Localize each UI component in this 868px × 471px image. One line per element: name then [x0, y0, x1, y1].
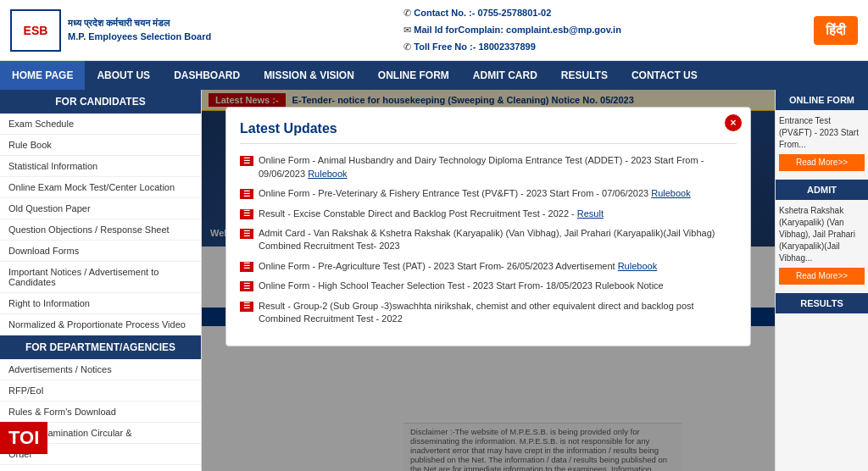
- sidebar-item-rules-forms[interactable]: Rules & Form's Download: [0, 402, 201, 423]
- logo-box: ESB: [10, 9, 61, 52]
- update-icon-5: ☰: [240, 262, 253, 272]
- update-item-1: ☰ Online Form - Animal Husbandry and Dai…: [240, 154, 737, 180]
- body-wrapper: FOR CANDIDATES Exam Schedule Rule Book S…: [0, 90, 868, 471]
- update-link-rulebook-5[interactable]: Rulebook: [618, 261, 657, 271]
- update-icon-4: ☰: [240, 229, 253, 239]
- sidebar-item-old-question[interactable]: Old Question Paper: [0, 198, 201, 219]
- toi-badge: TOI: [0, 422, 47, 454]
- online-form-title: ONLINE FORM: [776, 90, 868, 110]
- nav-dashboard[interactable]: DASHBOARD: [162, 61, 252, 90]
- main-nav: HOME PAGE ABOUT US DASHBOARD MISSION & V…: [0, 61, 868, 90]
- sidebar-item-statistical[interactable]: Statistical Information: [0, 156, 201, 177]
- sidebar-item-download-forms[interactable]: Download Forms: [0, 241, 201, 262]
- update-text-6: Online Form - High School Teacher Select…: [259, 280, 664, 292]
- modal-close-button[interactable]: ×: [725, 114, 742, 131]
- update-text-2: Online Form - Pre-Veterinary & Fishery E…: [259, 187, 691, 200]
- sidebar-item-advertisements[interactable]: Advertisements / Notices: [0, 359, 201, 380]
- sidebar-item-rule-book[interactable]: Rule Book: [0, 135, 201, 156]
- admit-content: Kshetra Rakshak (Karyapalik) (Van Vibhag…: [776, 200, 868, 293]
- sidebar-item-mock-test[interactable]: Online Exam Mock Test/Center Location: [0, 177, 201, 198]
- update-item-3: ☰ Result - Excise Constable Direct and B…: [240, 208, 737, 220]
- online-form-content: Entrance Test (PV&FT) - 2023 Start From.…: [776, 110, 868, 180]
- admit-title: ADMIT: [776, 180, 868, 200]
- update-text-1: Online Form - Animal Husbandry and Dairy…: [259, 154, 737, 180]
- update-item-5: ☰ Online Form - Pre-Agriculture Test (PA…: [240, 260, 737, 273]
- read-more-admit[interactable]: Read More>>: [779, 268, 865, 285]
- hindi-button[interactable]: हिंदी: [814, 16, 858, 45]
- nav-online-form[interactable]: ONLINE FORM: [366, 61, 461, 90]
- nav-mission[interactable]: MISSION & VISION: [252, 61, 366, 90]
- org-name: मध्य प्रदेश कर्मचारी चयन मंडल M.P. Emplo…: [68, 17, 211, 43]
- update-icon-7: ☰: [240, 302, 253, 312]
- update-item-7: ☰ Result - Group-2 (Sub Group -3)swachht…: [240, 300, 737, 326]
- logo-area: ESB मध्य प्रदेश कर्मचारी चयन मंडल M.P. E…: [10, 9, 211, 52]
- update-item-6: ☰ Online Form - High School Teacher Sele…: [240, 280, 737, 292]
- sidebar-item-important-notices[interactable]: Important Notices / Advertisement to Can…: [0, 262, 201, 293]
- sidebar-item-objections[interactable]: Question Objections / Response Sheet: [0, 219, 201, 241]
- update-icon-6: ☰: [240, 281, 253, 291]
- online-form-text: Entrance Test (PV&FT) - 2023 Start From.…: [779, 115, 865, 151]
- nav-contact[interactable]: CONTACT US: [620, 61, 709, 90]
- toll-free: ✆ Toll Free No :- 18002337899: [403, 39, 621, 56]
- contact-no: ✆ Contact No. :- 0755-2578801-02: [403, 5, 621, 22]
- modal-overlay[interactable]: Latest Updates × ☰ Online Form - Animal …: [202, 90, 775, 471]
- update-icon-1: ☰: [240, 156, 253, 166]
- mail-value: complaint.esb@mp.gov.in: [506, 25, 621, 35]
- read-more-online-form[interactable]: Read More>>: [779, 154, 865, 171]
- update-text-7: Result - Group-2 (Sub Group -3)swachhta …: [259, 300, 737, 326]
- update-item-2: ☰ Online Form - Pre-Veterinary & Fishery…: [240, 187, 737, 200]
- org-name-line1: मध्य प्रदेश कर्मचारी चयन मंडल: [68, 17, 211, 30]
- sidebar-item-normalized[interactable]: Normalized & Proportionate Process Video: [0, 314, 201, 335]
- top-header: ESB मध्य प्रदेश कर्मचारी चयन मंडल M.P. E…: [0, 0, 868, 61]
- update-text-5: Online Form - Pre-Agriculture Test (PAT)…: [259, 260, 657, 273]
- nav-results[interactable]: RESULTS: [549, 61, 620, 90]
- results-title: RESULTS: [776, 293, 868, 313]
- update-icon-3: ☰: [240, 209, 253, 219]
- update-text-4: Admit Card - Van Rakshak & Kshetra Raksh…: [259, 227, 737, 253]
- nav-about[interactable]: ABOUT US: [85, 61, 162, 90]
- main-content: Latest News :- E-Tender- notice for hous…: [202, 90, 775, 471]
- update-text-3: Result - Excise Constable Direct and Bac…: [259, 208, 604, 220]
- latest-updates-modal: Latest Updates × ☰ Online Form - Animal …: [225, 107, 751, 346]
- update-link-result-3[interactable]: Result: [577, 208, 604, 219]
- update-item-4: ☰ Admit Card - Van Rakshak & Kshetra Rak…: [240, 227, 737, 253]
- nav-admit-card[interactable]: ADMIT CARD: [461, 61, 549, 90]
- logo-text: ESB: [24, 24, 48, 37]
- sidebar-item-work-with-us[interactable]: Want to work with us: [0, 465, 201, 471]
- update-link-rulebook-1[interactable]: Rulebook: [308, 169, 347, 179]
- sidebar-item-right-to-info[interactable]: Right to Information: [0, 293, 201, 314]
- admit-text: Kshetra Rakshak (Karyapalik) (Van Vibhag…: [779, 205, 865, 264]
- mail-info: ✉ Mail Id forComplain: complaint.esb@mp.…: [403, 22, 621, 39]
- update-link-rulebook-2[interactable]: Rulebook: [651, 188, 690, 198]
- nav-home[interactable]: HOME PAGE: [0, 61, 85, 90]
- org-name-line2: M.P. Employees Selection Board: [68, 30, 211, 43]
- right-sidebar: ONLINE FORM Entrance Test (PV&FT) - 2023…: [775, 90, 868, 471]
- update-icon-2: ☰: [240, 189, 253, 199]
- sidebar-item-rfp[interactable]: RFP/EoI: [0, 380, 201, 402]
- left-sidebar: FOR CANDIDATES Exam Schedule Rule Book S…: [0, 90, 202, 471]
- sidebar-item-exam-schedule[interactable]: Exam Schedule: [0, 114, 201, 135]
- modal-title: Latest Updates: [240, 121, 737, 144]
- contact-area: ✆ Contact No. :- 0755-2578801-02 ✉ Mail …: [403, 5, 621, 55]
- candidates-section-title: FOR CANDIDATES: [0, 90, 201, 114]
- dept-section-title: FOR DEPARTMENT/AGENCIES: [0, 335, 201, 359]
